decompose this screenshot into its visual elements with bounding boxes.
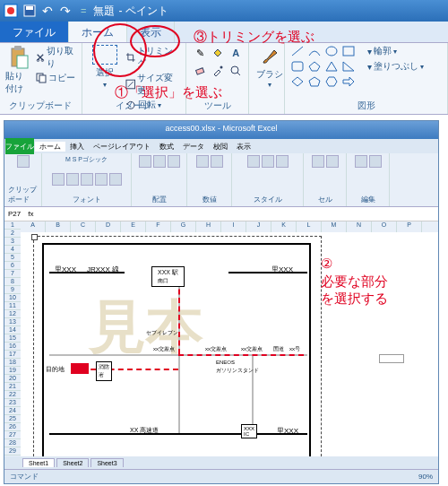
svg-rect-17: [343, 47, 354, 56]
svg-rect-10: [39, 75, 46, 82]
select-icon: [92, 45, 117, 65]
shape-pentagon[interactable]: [307, 75, 322, 88]
shape-fill-button[interactable]: ▾ 塗りつぶし ▾: [367, 60, 424, 73]
excel-window: access00.xlsx - Microsoft Excel ファイル ホーム…: [4, 120, 439, 484]
name-box[interactable]: P27: [8, 210, 21, 218]
excel-tab[interactable]: 数式: [155, 142, 178, 152]
select-label: 選択: [96, 66, 114, 79]
svg-point-14: [231, 66, 238, 74]
tab-view[interactable]: 表示: [127, 22, 175, 42]
shape-arrow-r[interactable]: [341, 75, 356, 88]
sheet-tab[interactable]: Sheet3: [90, 458, 123, 467]
shape-curve[interactable]: [307, 45, 322, 57]
svg-marker-23: [309, 77, 320, 86]
app-name: ペイント: [125, 4, 168, 19]
svg-point-13: [220, 66, 223, 69]
pencil-icon[interactable]: ✎: [192, 45, 208, 61]
zoom-icon[interactable]: [228, 63, 244, 79]
doc-title: 無題: [93, 4, 115, 19]
svg-rect-12: [196, 68, 204, 74]
sheet-tab[interactable]: Sheet2: [56, 458, 89, 467]
row-headers: 1234567891011121314151617181920212223242…: [4, 221, 21, 473]
svg-rect-3: [26, 6, 33, 10]
shape-line[interactable]: [290, 45, 305, 57]
active-cell[interactable]: [379, 354, 404, 363]
shape-triangle[interactable]: [324, 60, 339, 73]
undo-icon[interactable]: ↶: [39, 3, 56, 19]
group-clipboard-label: クリップボード: [0, 100, 82, 112]
shape-rect[interactable]: [341, 45, 356, 57]
fx-label: fx: [28, 210, 33, 218]
shape-rtriangle[interactable]: [341, 60, 356, 73]
tab-home[interactable]: ホーム: [69, 22, 127, 42]
redo-icon[interactable]: ↷: [57, 3, 73, 19]
svg-point-1: [7, 7, 14, 14]
excel-home-tab[interactable]: ホーム: [35, 142, 65, 152]
paste-label: 貼り付け: [5, 70, 32, 95]
shape-roundrect[interactable]: [290, 60, 305, 73]
status-text: コマンド: [10, 472, 39, 482]
title-dash: -: [118, 4, 122, 17]
zoom-level[interactable]: 90%: [418, 473, 433, 481]
excel-tab[interactable]: 表示: [232, 142, 255, 152]
fill-icon[interactable]: [210, 45, 226, 61]
tab-file[interactable]: ファイル: [0, 22, 69, 42]
map-drawing: 見本 里XXX JRXXX 線 里XXX XXX 駅南口 セブイレブン xx交差…: [42, 243, 311, 458]
save-icon[interactable]: [22, 3, 38, 19]
picker-icon[interactable]: [210, 63, 226, 79]
excel-tab[interactable]: 挿入: [65, 142, 89, 152]
group-shapes-label: 図形: [285, 100, 447, 112]
svg-marker-21: [343, 62, 354, 71]
title-separator: =: [81, 5, 86, 16]
app-icon: [4, 4, 18, 18]
shape-outline-button[interactable]: ▾ 輪郭 ▾: [367, 45, 424, 57]
trim-button[interactable]: トリミング: [125, 45, 180, 70]
svg-marker-20: [326, 62, 337, 71]
copy-button[interactable]: コピー: [36, 72, 76, 84]
svg-point-16: [326, 47, 337, 56]
svg-rect-18: [292, 62, 303, 71]
svg-line-15: [292, 47, 303, 56]
svg-rect-6: [17, 56, 28, 68]
station-box: XXX 駅南口: [151, 266, 185, 287]
paste-button[interactable]: 貼り付け: [5, 45, 32, 95]
svg-marker-19: [309, 62, 320, 71]
shape-oval[interactable]: [324, 45, 339, 57]
shape-polygon[interactable]: [307, 60, 322, 73]
shape-diamond[interactable]: [290, 75, 305, 88]
resize-button[interactable]: サイズ変更: [125, 72, 180, 97]
group-tools-label: ツール: [186, 100, 248, 112]
sheet-tab[interactable]: Sheet1: [22, 458, 55, 467]
eraser-icon[interactable]: [192, 63, 208, 79]
col-headers: ABCDEFGHIJKLMNOP: [21, 221, 438, 232]
svg-marker-24: [326, 77, 337, 86]
shapes-gallery[interactable]: [290, 45, 364, 88]
excel-title: access00.xlsx - Microsoft Excel: [4, 121, 438, 139]
brush-button[interactable]: ブラシ ▾: [254, 45, 285, 89]
shape-hexagon[interactable]: [324, 75, 339, 88]
svg-rect-5: [14, 46, 22, 50]
excel-tab[interactable]: ページレイアウト: [89, 142, 155, 152]
destination-marker: [71, 363, 89, 374]
excel-file-tab[interactable]: ファイル: [5, 138, 34, 154]
group-image-label: イメージ: [82, 100, 186, 112]
svg-marker-22: [292, 77, 303, 86]
text-icon[interactable]: A: [228, 45, 244, 61]
excel-tab[interactable]: 校閲: [209, 142, 232, 152]
excel-tab[interactable]: データ: [178, 142, 209, 152]
cut-button[interactable]: 切り取り: [36, 45, 76, 70]
